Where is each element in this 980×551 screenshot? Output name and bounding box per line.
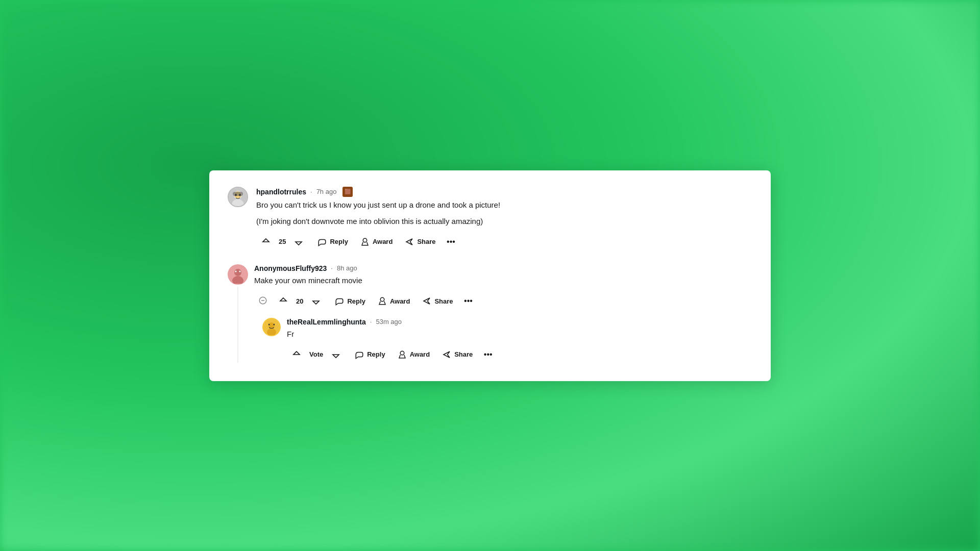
more-button-reply1[interactable]: ••• xyxy=(480,346,496,363)
vote-group-1: 25 xyxy=(256,234,308,249)
award-button-reply1[interactable]: Award xyxy=(393,347,435,362)
downvote-button-1[interactable] xyxy=(289,234,308,249)
reply-icon-reply1 xyxy=(355,350,364,359)
avatar-hpandlotrrules xyxy=(228,187,248,207)
downvote-button-2[interactable] xyxy=(306,293,326,309)
reply-button-1[interactable]: Reply xyxy=(312,234,353,249)
avatar-anonymousfluffy923 xyxy=(228,264,248,285)
share-label-reply1: Share xyxy=(454,350,473,358)
upvote-icon-reply1 xyxy=(292,350,301,359)
more-button-2[interactable]: ••• xyxy=(460,293,477,309)
comment-2-wrapper: AnonymousFluffy923 · 8h ago Make your ow… xyxy=(228,264,752,363)
comments-card: hpandlotrrules · 7h ago 🟫 Bro you can't … xyxy=(209,170,771,381)
upvote-icon-1 xyxy=(261,237,271,246)
svg-point-15 xyxy=(380,297,384,302)
upvote-icon-2 xyxy=(279,296,288,306)
comment-2-content: AnonymousFluffy923 · 8h ago Make your ow… xyxy=(254,264,752,363)
comment-2-body: AnonymousFluffy923 · 8h ago Make your ow… xyxy=(254,264,752,310)
comment-2-actions: 20 xyxy=(254,293,752,310)
reply-1-actions: Vote xyxy=(287,346,752,363)
downvote-icon-2 xyxy=(311,296,321,306)
award-button-2[interactable]: Award xyxy=(373,293,415,309)
downvote-icon-1 xyxy=(294,237,303,246)
reply-label-reply1: Reply xyxy=(367,350,385,358)
vote-group-reply1: Vote xyxy=(287,347,346,362)
username-anonymousfluffy923: AnonymousFluffy923 xyxy=(254,264,327,272)
timestamp-comment1: 7h ago xyxy=(316,188,337,195)
svg-point-21 xyxy=(265,321,268,325)
upvote-button-2[interactable] xyxy=(274,293,293,309)
share-label-1: Share xyxy=(417,238,435,245)
award-icon-reply1 xyxy=(398,350,407,359)
reply-button-2[interactable]: Reply xyxy=(330,293,370,309)
award-button-1[interactable]: Award xyxy=(355,234,398,249)
collapse-icon-2 xyxy=(258,296,267,307)
reply-label-1: Reply xyxy=(330,238,348,245)
username-hpandlotrrules: hpandlotrrules xyxy=(256,188,306,196)
reply-1-header: theRealLemmlinghunta · 53m ago xyxy=(287,318,752,326)
downvote-button-reply1[interactable] xyxy=(326,347,346,362)
share-button-1[interactable]: Share xyxy=(400,234,440,249)
award-badge-comment1: 🟫 xyxy=(342,187,353,197)
share-button-2[interactable]: Share xyxy=(417,293,458,309)
reply-label-2: Reply xyxy=(347,297,365,305)
svg-point-7 xyxy=(363,238,367,242)
svg-point-22 xyxy=(275,321,278,325)
svg-point-9 xyxy=(234,269,241,276)
share-button-reply1[interactable]: Share xyxy=(437,347,478,362)
svg-point-23 xyxy=(400,351,404,355)
share-icon-reply1 xyxy=(442,350,451,359)
svg-rect-6 xyxy=(233,192,243,196)
svg-point-18 xyxy=(268,323,270,325)
downvote-icon-reply1 xyxy=(331,350,340,359)
comment-1-actions: 25 Reply xyxy=(256,234,752,250)
comment-1-header: hpandlotrrules · 7h ago 🟫 xyxy=(256,187,752,197)
more-dots-2: ••• xyxy=(464,296,473,306)
comment-1-text: Bro you can't trick us I know you just s… xyxy=(256,199,752,228)
award-icon-2 xyxy=(378,296,387,306)
comment-1-body: hpandlotrrules · 7h ago 🟫 Bro you can't … xyxy=(256,187,752,250)
timestamp-reply1: 53m ago xyxy=(376,318,402,325)
share-icon-2 xyxy=(422,296,431,306)
comment-2-header: AnonymousFluffy923 · 8h ago xyxy=(254,264,752,272)
vote-label-reply1: Vote xyxy=(309,350,323,358)
timestamp-comment2: 8h ago xyxy=(337,264,357,272)
share-label-2: Share xyxy=(434,297,453,305)
comment-2-left xyxy=(228,264,248,363)
share-icon-1 xyxy=(405,237,414,246)
reply-button-reply1[interactable]: Reply xyxy=(350,347,390,362)
username-thereallemmlinghunta: theRealLemmlinghunta xyxy=(287,318,366,326)
more-dots-1: ••• xyxy=(447,237,455,246)
collapse-button-2[interactable] xyxy=(254,293,272,310)
vote-count-1: 25 xyxy=(279,238,286,245)
svg-point-11 xyxy=(235,270,237,272)
award-label-reply1: Award xyxy=(410,350,430,358)
more-button-1[interactable]: ••• xyxy=(443,234,459,250)
reply-1-text: Fr xyxy=(287,328,752,340)
avatar-thereallemmlinghunta xyxy=(262,318,281,336)
award-icon-1 xyxy=(360,237,370,246)
award-label-1: Award xyxy=(373,238,393,245)
reply-icon-1 xyxy=(317,237,327,246)
comment-2-text: Make your own minecraft movie xyxy=(254,274,752,287)
vote-count-2: 20 xyxy=(296,297,303,305)
upvote-button-reply1[interactable] xyxy=(287,347,306,362)
more-dots-reply1: ••• xyxy=(484,350,493,359)
svg-point-12 xyxy=(239,270,241,272)
upvote-button-1[interactable] xyxy=(256,234,276,249)
reply-comment-1: theRealLemmlinghunta · 53m ago Fr xyxy=(254,318,752,363)
thread-line-2 xyxy=(237,287,238,363)
award-label-2: Award xyxy=(390,297,410,305)
comment-1: hpandlotrrules · 7h ago 🟫 Bro you can't … xyxy=(228,187,752,250)
reply-1-body: theRealLemmlinghunta · 53m ago Fr xyxy=(287,318,752,363)
reply-icon-2 xyxy=(335,296,344,306)
vote-group-2: 20 xyxy=(274,293,326,309)
svg-point-19 xyxy=(274,323,275,325)
